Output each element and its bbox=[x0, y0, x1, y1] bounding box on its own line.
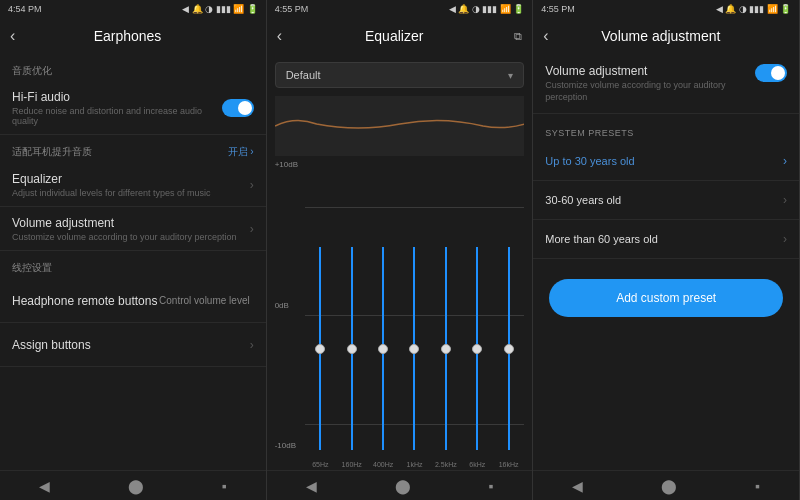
db-label-bot: -10dB bbox=[275, 441, 303, 450]
hifi-audio-title: Hi-Fi audio bbox=[12, 90, 222, 104]
equalizer-title: Equalizer bbox=[12, 172, 250, 186]
nav-home-1[interactable]: ⬤ bbox=[128, 478, 144, 494]
db-label-mid: 0dB bbox=[275, 301, 303, 310]
add-preset-button[interactable]: Add custom preset bbox=[549, 279, 783, 317]
nav-recents-3[interactable]: ▪ bbox=[755, 478, 760, 494]
panel-equalizer: 4:55 PM ◀ 🔔 ◑ ▮▮▮ 📶 🔋 ‹ Equalizer ⧉ Defa… bbox=[267, 0, 534, 500]
nav-back-3[interactable]: ◀ bbox=[572, 478, 583, 494]
eq-thumb-25khz bbox=[441, 344, 451, 354]
status-time-1: 4:54 PM bbox=[8, 4, 42, 14]
bottom-nav-3: ◀ ⬤ ▪ bbox=[533, 470, 799, 500]
toggle-thumb-hifi bbox=[238, 101, 252, 115]
nav-home-2[interactable]: ⬤ bbox=[395, 478, 411, 494]
preset-chevron-2: › bbox=[783, 193, 787, 207]
equalizer-row[interactable]: Equalizer Adjust individual levels for d… bbox=[0, 163, 266, 207]
db-label-top: +10dB bbox=[275, 160, 303, 169]
panel1-scroll: 音质优化 Hi-Fi audio Reduce noise and distor… bbox=[0, 54, 266, 470]
headphone-buttons-row[interactable]: Headphone remote buttons Control volume … bbox=[0, 279, 266, 323]
vol-toggle[interactable] bbox=[755, 64, 787, 82]
nav-home-3[interactable]: ⬤ bbox=[661, 478, 677, 494]
section-label-3: 线控设置 bbox=[0, 251, 266, 279]
preset-chevron-1: › bbox=[783, 154, 787, 168]
panel3-scroll: Volume adjustment Customize volume accor… bbox=[533, 54, 799, 470]
preset-row-2[interactable]: 30-60 years old › bbox=[533, 181, 799, 220]
section-label-1: 音质优化 bbox=[0, 54, 266, 82]
bottom-nav-1: ◀ ⬤ ▪ bbox=[0, 470, 266, 500]
nav-recents-2[interactable]: ▪ bbox=[488, 478, 493, 494]
volume-adj-sub: Customize volume according to your audit… bbox=[12, 232, 250, 242]
eq-track-65hz bbox=[319, 247, 321, 450]
status-time-2: 4:55 PM bbox=[275, 4, 309, 14]
eq-track-6khz bbox=[476, 247, 478, 450]
eq-preset-label: Default bbox=[286, 69, 509, 81]
top-bar-2: ‹ Equalizer ⧉ bbox=[267, 18, 533, 54]
section-label-2: 适配耳机提升音质 开启 › bbox=[0, 135, 266, 163]
eq-preset-bar[interactable]: Default ▾ bbox=[275, 62, 525, 88]
bottom-nav-2: ◀ ⬤ ▪ bbox=[267, 470, 533, 500]
status-icons-2: ◀ 🔔 ◑ ▮▮▮ 📶 🔋 bbox=[449, 4, 525, 14]
eq-slider-1khz[interactable]: 1kHz bbox=[399, 160, 430, 470]
eq-slider-160hz[interactable]: 160Hz bbox=[336, 160, 367, 470]
back-button-3[interactable]: ‹ bbox=[543, 27, 548, 45]
vol-title: Volume adjustment bbox=[545, 64, 749, 78]
equalizer-right: › bbox=[250, 178, 254, 192]
volume-adj-content: Volume adjustment Customize volume accor… bbox=[12, 216, 250, 242]
volume-adj-row[interactable]: Volume adjustment Customize volume accor… bbox=[0, 207, 266, 251]
open-btn[interactable]: 开启 › bbox=[228, 145, 254, 159]
assign-buttons-chevron: › bbox=[250, 338, 254, 352]
panel-volume: 4:55 PM ◀ 🔔 ◑ ▮▮▮ 📶 🔋 ‹ Volume adjustmen… bbox=[533, 0, 800, 500]
copy-icon[interactable]: ⧉ bbox=[514, 30, 522, 43]
eq-thumb-160hz bbox=[347, 344, 357, 354]
preset-row-1[interactable]: Up to 30 years old › bbox=[533, 142, 799, 181]
eq-freq-65hz: 65Hz bbox=[312, 461, 328, 468]
eq-slider-65hz[interactable]: 65Hz bbox=[305, 160, 336, 470]
eq-slider-400hz[interactable]: 400Hz bbox=[367, 160, 398, 470]
assign-buttons-content: Assign buttons bbox=[12, 338, 250, 352]
eq-curve-svg bbox=[275, 96, 525, 156]
back-button-2[interactable]: ‹ bbox=[277, 27, 282, 45]
eq-curve-container bbox=[275, 96, 525, 156]
eq-freq-400hz: 400Hz bbox=[373, 461, 393, 468]
preset-name-3: More than 60 years old bbox=[545, 233, 783, 245]
eq-thumb-6khz bbox=[472, 344, 482, 354]
vol-text-area: Volume adjustment Customize volume accor… bbox=[545, 64, 749, 103]
nav-recents-1[interactable]: ▪ bbox=[222, 478, 227, 494]
preset-name-1: Up to 30 years old bbox=[545, 155, 783, 167]
headphone-buttons-right: Control volume level bbox=[159, 295, 254, 306]
eq-sliders-row: 65Hz 160Hz 400Hz bbox=[305, 160, 525, 470]
back-button-1[interactable]: ‹ bbox=[10, 27, 15, 45]
equalizer-chevron: › bbox=[250, 178, 254, 192]
panel-earphones: 4:54 PM ◀ 🔔 ◑ ▮▮▮ 📶 🔋 ‹ Earphones 音质优化 H… bbox=[0, 0, 267, 500]
eq-track-1khz bbox=[413, 247, 415, 450]
eq-slider-6khz[interactable]: 6kHz bbox=[462, 160, 493, 470]
eq-preset-chevron: ▾ bbox=[508, 70, 513, 81]
nav-back-1[interactable]: ◀ bbox=[39, 478, 50, 494]
preset-chevron-3: › bbox=[783, 232, 787, 246]
presets-section: SYSTEM PRESETS Up to 30 years old › 30-6… bbox=[533, 114, 799, 259]
assign-buttons-right: › bbox=[250, 338, 254, 352]
eq-track-160hz bbox=[351, 247, 353, 450]
eq-thumb-65hz bbox=[315, 344, 325, 354]
preset-row-3[interactable]: More than 60 years old › bbox=[533, 220, 799, 259]
hifi-audio-toggle[interactable] bbox=[222, 99, 254, 117]
assign-buttons-row[interactable]: Assign buttons › bbox=[0, 323, 266, 367]
vol-desc: Customize volume according to your audit… bbox=[545, 80, 749, 103]
volume-adj-chevron: › bbox=[250, 222, 254, 236]
equalizer-sub: Adjust individual levels for different t… bbox=[12, 188, 250, 198]
hifi-audio-content: Hi-Fi audio Reduce noise and distortion … bbox=[12, 90, 222, 126]
presets-label: SYSTEM PRESETS bbox=[533, 120, 799, 142]
hifi-audio-row[interactable]: Hi-Fi audio Reduce noise and distortion … bbox=[0, 82, 266, 135]
eq-slider-25khz[interactable]: 2.5kHz bbox=[430, 160, 461, 470]
status-icons-1: ◀ 🔔 ◑ ▮▮▮ 📶 🔋 bbox=[182, 4, 258, 14]
screen-title-2: Equalizer bbox=[290, 28, 498, 44]
volume-adj-title: Volume adjustment bbox=[12, 216, 250, 230]
equalizer-content: Equalizer Adjust individual levels for d… bbox=[12, 172, 250, 198]
toggle-thumb-vol bbox=[771, 66, 785, 80]
vol-toggle-area bbox=[755, 64, 787, 82]
headphone-buttons-value: Control volume level bbox=[159, 295, 250, 306]
screen-title-1: Earphones bbox=[23, 28, 231, 44]
nav-back-2[interactable]: ◀ bbox=[306, 478, 317, 494]
eq-slider-16khz[interactable]: 16kHz bbox=[493, 160, 524, 470]
headphone-buttons-content: Headphone remote buttons bbox=[12, 294, 159, 308]
copy-icon-area: ⧉ bbox=[498, 30, 522, 43]
